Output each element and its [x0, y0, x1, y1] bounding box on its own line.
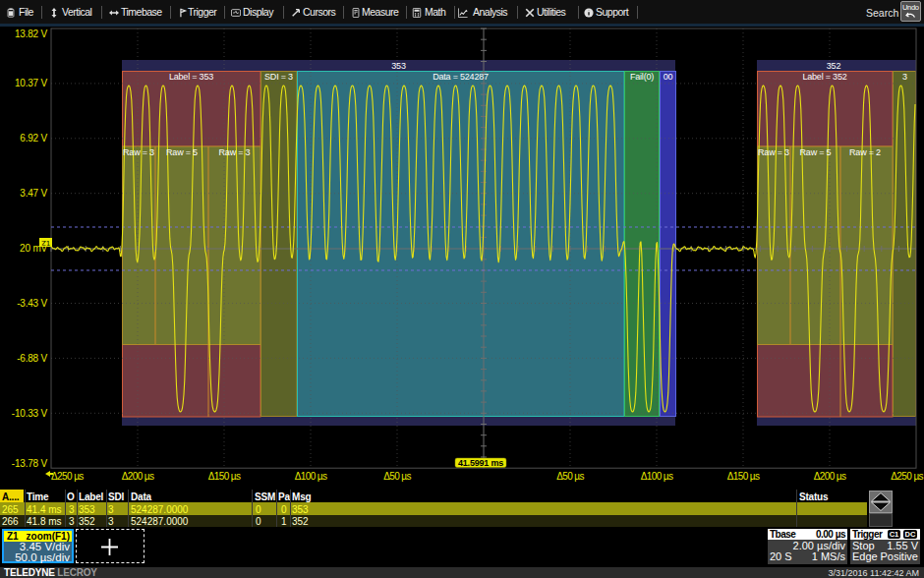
svg-text:Raw = 3: Raw = 3 [758, 147, 789, 157]
svg-text:Δ100 µs: Δ100 µs [641, 471, 673, 482]
svg-text:Δ250 µs: Δ250 µs [51, 471, 84, 482]
svg-text:Δ200 µs: Δ200 µs [814, 471, 846, 482]
svg-text:41.5991 ms: 41.5991 ms [458, 458, 503, 468]
svg-text:3: 3 [902, 72, 907, 82]
svg-text:Δ50 µs: Δ50 µs [383, 471, 411, 482]
svg-text:Raw = 5: Raw = 5 [166, 147, 198, 157]
svg-text:Fail(0): Fail(0) [630, 72, 654, 82]
svg-text:-13.78 V: -13.78 V [12, 458, 48, 469]
svg-text:SDI = 3: SDI = 3 [264, 72, 293, 82]
svg-text:352: 352 [827, 61, 841, 71]
svg-text:6.92 V: 6.92 V [20, 133, 47, 144]
svg-text:Δ150 µs: Δ150 µs [727, 471, 760, 482]
svg-text:13.82 V: 13.82 V [15, 29, 48, 39]
svg-text:Label = 352: Label = 352 [802, 72, 846, 82]
svg-text:Δ250 µs: Δ250 µs [891, 471, 923, 482]
svg-text:-6.88 V: -6.88 V [17, 353, 47, 364]
svg-text:Label = 353: Label = 353 [169, 72, 213, 82]
svg-text:Raw = 5: Raw = 5 [800, 147, 832, 157]
svg-text:-10.33 V: -10.33 V [12, 408, 48, 419]
svg-text:Δ150 µs: Δ150 µs [208, 471, 241, 482]
svg-text:Δ200 µs: Δ200 µs [122, 471, 154, 482]
svg-text:Raw = 3: Raw = 3 [219, 147, 251, 157]
svg-text:Raw = 3: Raw = 3 [123, 147, 154, 157]
svg-text:Data = 524287: Data = 524287 [433, 72, 489, 82]
svg-text:-3.43 V: -3.43 V [17, 298, 47, 309]
svg-text:353: 353 [391, 61, 406, 71]
svg-text:20 mV: 20 mV [20, 243, 47, 254]
svg-text:Δ50 µs: Δ50 µs [556, 471, 584, 482]
svg-text:10.37 V: 10.37 V [15, 78, 48, 88]
svg-text:Δ100 µs: Δ100 µs [295, 471, 327, 482]
svg-text:00: 00 [664, 72, 673, 82]
svg-text:Raw = 2: Raw = 2 [849, 147, 881, 157]
svg-text:3.47 V: 3.47 V [20, 188, 47, 199]
